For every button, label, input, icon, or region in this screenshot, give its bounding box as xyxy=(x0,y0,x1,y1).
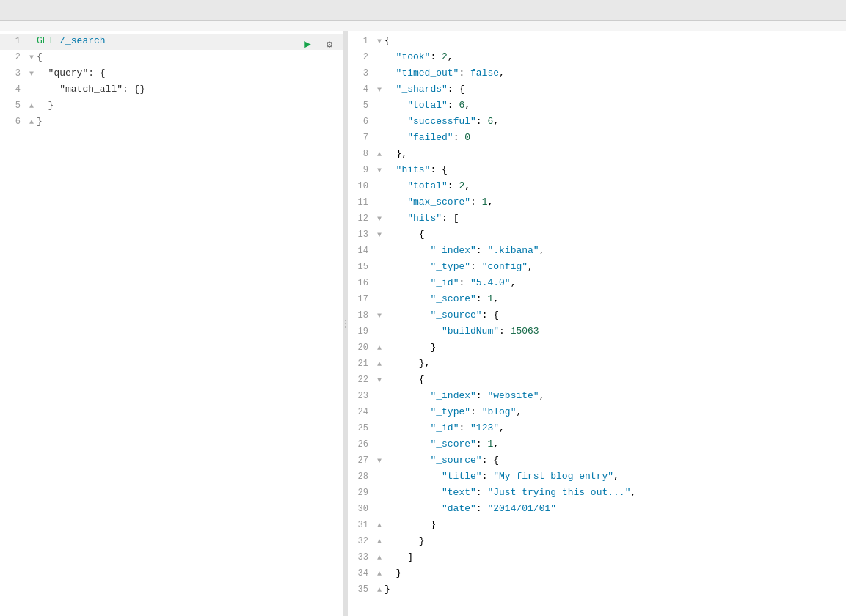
left-code-line: 4 "match_all": {} xyxy=(0,82,343,98)
output-token: { xyxy=(384,35,390,46)
left-code-line: 2▼{ xyxy=(0,50,343,66)
output-fold-indicator[interactable]: ▲ xyxy=(374,147,384,161)
output-line-content: }, xyxy=(384,147,846,162)
output-fold-indicator xyxy=(374,179,384,181)
fold-indicator xyxy=(26,82,37,84)
output-line-number: 35 xyxy=(348,582,374,597)
output-token: "failed": 0 xyxy=(384,132,470,143)
fold-indicator[interactable]: ▲ xyxy=(26,114,37,128)
output-line-number: 13 xyxy=(348,227,374,242)
code-token: "query": { xyxy=(37,67,106,78)
output-token: "_id": "123", xyxy=(384,422,505,433)
output-token: "_type": "config", xyxy=(384,261,533,272)
output-line: 19 "buildNum": 15063 xyxy=(348,324,846,340)
topbar xyxy=(0,0,846,21)
output-fold-indicator xyxy=(374,98,384,100)
output-token: } xyxy=(384,584,390,595)
output-fold-indicator[interactable]: ▼ xyxy=(374,211,384,225)
output-line-number: 27 xyxy=(348,453,374,468)
output-fold-indicator xyxy=(374,389,384,391)
output-line: 4▼ "_shards": { xyxy=(348,82,846,98)
output-line: 24 "_type": "blog", xyxy=(348,405,846,421)
output-fold-indicator[interactable]: ▲ xyxy=(374,518,384,532)
fold-indicator[interactable]: ▼ xyxy=(26,50,37,64)
output-line-number: 8 xyxy=(348,147,374,161)
output-fold-indicator[interactable]: ▲ xyxy=(374,582,384,596)
editor-area: ▶ ⚙ 1GET /_search2▼{3▼ "query": {4 "matc… xyxy=(0,31,846,616)
output-fold-indicator xyxy=(374,276,384,278)
output-token: "total": 2, xyxy=(384,180,470,191)
run-button[interactable]: ▶ xyxy=(299,35,316,53)
output-fold-indicator[interactable]: ▼ xyxy=(374,308,384,322)
output-fold-indicator[interactable]: ▲ xyxy=(374,566,384,580)
output-line-content: "successful": 6, xyxy=(384,114,846,130)
output-line-number: 29 xyxy=(348,485,374,500)
output-line-number: 19 xyxy=(348,324,374,339)
output-token: }, xyxy=(384,148,407,159)
output-line-number: 22 xyxy=(348,373,374,387)
output-token: "_id": "5.4.0", xyxy=(384,277,516,288)
output-line: 6 "successful": 6, xyxy=(348,114,846,131)
output-line-content: "hits": { xyxy=(384,163,846,178)
output-line-number: 32 xyxy=(348,534,374,549)
output-fold-indicator[interactable]: ▲ xyxy=(374,340,384,354)
code-token: { xyxy=(37,51,43,62)
output-token: { xyxy=(384,229,425,240)
output-line-content: "buildNum": 15063 xyxy=(384,324,846,340)
output-line-content: }, xyxy=(384,356,846,372)
output-fold-indicator xyxy=(374,260,384,262)
output-line: 29 "text": "Just trying this out...", xyxy=(348,485,846,502)
output-line-content: "total": 6, xyxy=(384,98,846,114)
console-title xyxy=(0,21,846,31)
output-token: }, xyxy=(384,358,430,369)
output-fold-indicator xyxy=(374,243,384,246)
output-fold-indicator[interactable]: ▲ xyxy=(374,550,384,564)
output-fold-indicator[interactable]: ▼ xyxy=(374,453,384,467)
output-line: 2 "took": 2, xyxy=(348,50,846,66)
output-fold-indicator[interactable]: ▼ xyxy=(374,373,384,386)
output-fold-indicator xyxy=(374,292,384,294)
panel-resizer[interactable] xyxy=(343,31,348,616)
output-line-content: "total": 2, xyxy=(384,179,846,194)
output-fold-indicator[interactable]: ▲ xyxy=(374,534,384,548)
line-content: GET /_search xyxy=(37,34,343,49)
output-line-number: 28 xyxy=(348,469,374,484)
output-fold-indicator xyxy=(374,131,384,133)
output-line-content: "_source": { xyxy=(384,308,846,323)
output-fold-indicator xyxy=(374,114,384,117)
output-line-number: 12 xyxy=(348,211,374,226)
output-token: "_source": { xyxy=(384,309,499,320)
output-line: 34▲ } xyxy=(348,566,846,582)
output-line-content: "_score": 1, xyxy=(384,437,846,452)
output-fold-indicator[interactable]: ▼ xyxy=(374,163,384,177)
line-number: 6 xyxy=(0,114,26,129)
fold-indicator[interactable]: ▲ xyxy=(26,98,37,112)
left-code-line: 1GET /_search xyxy=(0,34,343,50)
output-line: 35▲} xyxy=(348,582,846,598)
output-line-number: 15 xyxy=(348,260,374,274)
output-line-number: 7 xyxy=(348,131,374,145)
output-token: "_score": 1, xyxy=(384,439,499,450)
output-fold-indicator[interactable]: ▼ xyxy=(374,34,384,48)
output-token: "buildNum": 15063 xyxy=(384,326,539,337)
output-token: "total": 6, xyxy=(384,100,470,111)
output-fold-indicator[interactable]: ▲ xyxy=(374,356,384,370)
output-token: "title": "My first blog entry", xyxy=(384,471,619,482)
output-line: 17 "_score": 1, xyxy=(348,292,846,308)
line-number: 2 xyxy=(0,50,26,65)
output-line-content: "title": "My first blog entry", xyxy=(384,469,846,485)
output-fold-indicator[interactable]: ▼ xyxy=(374,82,384,96)
output-line: 13▼ { xyxy=(348,227,846,243)
output-line-number: 4 xyxy=(348,82,374,97)
settings-button[interactable]: ⚙ xyxy=(321,35,338,53)
output-line: 14 "_index": ".kibana", xyxy=(348,243,846,260)
output-line: 11 "max_score": 1, xyxy=(348,195,846,211)
left-code-editor[interactable]: 1GET /_search2▼{3▼ "query": {4 "match_al… xyxy=(0,31,343,616)
fold-indicator[interactable]: ▼ xyxy=(26,66,37,80)
output-fold-indicator[interactable]: ▼ xyxy=(374,227,384,241)
main-area: ▶ ⚙ 1GET /_search2▼{3▼ "query": {4 "matc… xyxy=(0,21,846,616)
output-line: 5 "total": 6, xyxy=(348,98,846,114)
output-line-content: } xyxy=(384,566,846,582)
output-line-content: } xyxy=(384,534,846,549)
output-line-number: 34 xyxy=(348,566,374,581)
